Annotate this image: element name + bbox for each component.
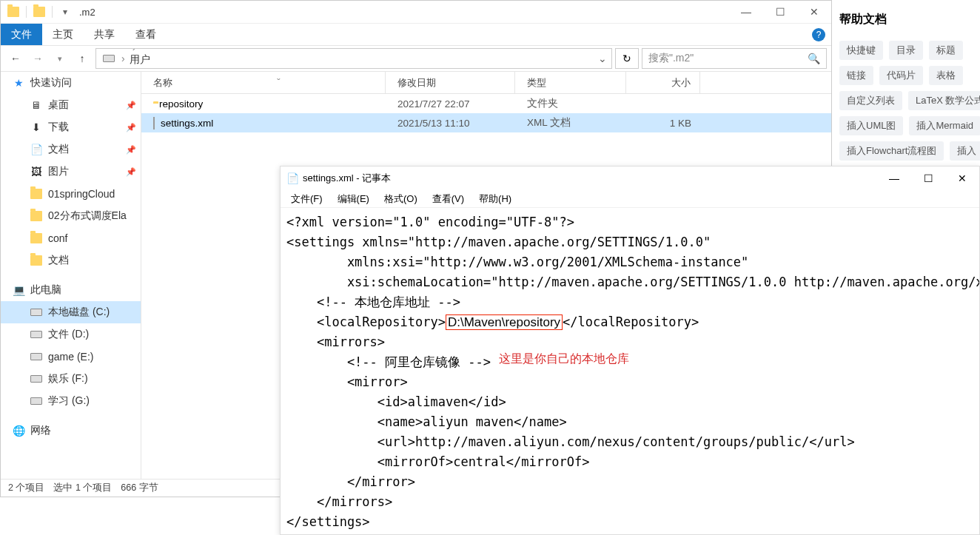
column-date[interactable]: 修改日期 (386, 72, 515, 93)
sidebar-drive[interactable]: 本地磁盘 (C:) (1, 301, 141, 323)
help-tag[interactable]: 目录 (889, 41, 923, 60)
maximize-button[interactable]: ☐ (763, 1, 797, 23)
sidebar[interactable]: ★ 快速访问 🖥桌面📌⬇下载📌📄文档📌🖼图片📌01springCloud02分布… (1, 72, 141, 479)
sidebar-this-pc[interactable]: 💻 此电脑 (1, 279, 141, 301)
sidebar-item[interactable]: conf (1, 227, 141, 249)
notepad-window: 📄 settings.xml - 记事本 — ☐ ✕ 文件(F) 编辑(E) 格… (280, 166, 980, 535)
np-menu-edit[interactable]: 编辑(E) (332, 192, 375, 206)
help-icon[interactable]: ? (812, 28, 825, 41)
help-tag[interactable]: 标题 (929, 41, 963, 60)
chevron-right-icon[interactable]: › (118, 53, 128, 64)
ribbon-tab-share[interactable]: 共享 (84, 24, 125, 45)
np-close-button[interactable]: ✕ (945, 166, 979, 190)
np-menu-help[interactable]: 帮助(H) (473, 192, 517, 206)
nav-forward-button[interactable]: → (27, 48, 48, 69)
window-title: .m2 (73, 7, 95, 18)
column-headers: 名称ˇ 修改日期 类型 大小 (141, 72, 831, 94)
pic-icon: 🖼 (30, 166, 42, 178)
notepad-titlebar[interactable]: 📄 settings.xml - 记事本 — ☐ ✕ (281, 166, 979, 190)
quick-folder-icon[interactable] (31, 4, 47, 20)
notepad-menu: 文件(F) 编辑(E) 格式(O) 查看(V) 帮助(H) (281, 190, 979, 208)
ribbon-tab-file[interactable]: 文件 (1, 24, 42, 45)
np-menu-view[interactable]: 查看(V) (426, 192, 470, 206)
annotation-text: 这里是你自己的本地仓库 (499, 351, 629, 367)
breadcrumb-segment[interactable]: 用户 (130, 53, 191, 67)
quick-dropdown-icon[interactable]: ▾ (57, 4, 73, 20)
refresh-button[interactable]: ↻ (615, 48, 639, 69)
pin-icon: 📌 (126, 145, 136, 155)
drive-icon (101, 50, 117, 67)
column-name[interactable]: 名称ˇ (141, 72, 386, 93)
ribbon-tab-home[interactable]: 主页 (42, 24, 84, 45)
explorer-titlebar[interactable]: ▾ .m2 — ☐ ✕ (1, 1, 831, 23)
help-tag[interactable]: 代码片 (879, 66, 923, 85)
help-tag[interactable]: 插入UML图 (839, 116, 903, 135)
help-tag[interactable]: 表格 (929, 66, 963, 85)
sidebar-item[interactable]: 📄文档📌 (1, 138, 141, 161)
network-icon: 🌐 (13, 425, 24, 437)
status-item-count: 2 个项目 (8, 482, 44, 494)
address-bar[interactable]: › 此电脑›本地磁盘 (C:)›用户›Administrator›.m2 ⌄ (95, 48, 612, 69)
help-doc-title: 帮助文档 (832, 6, 980, 38)
np-maximize-button[interactable]: ☐ (911, 166, 945, 190)
minimize-button[interactable]: — (729, 1, 763, 23)
pin-icon: 📌 (126, 167, 136, 177)
notepad-title: settings.xml - 记事本 (303, 172, 391, 185)
sidebar-drive[interactable]: 学习 (G:) (1, 390, 141, 412)
drive-icon (30, 306, 42, 318)
sidebar-quick-access[interactable]: ★ 快速访问 (1, 72, 141, 94)
sidebar-drive[interactable]: 文件 (D:) (1, 323, 141, 346)
folder-icon (30, 210, 42, 222)
np-menu-format[interactable]: 格式(O) (378, 192, 423, 206)
folder-icon (30, 255, 42, 266)
file-row[interactable]: repository2021/7/27 22:07文件夹 (141, 94, 831, 113)
folder-icon (30, 188, 42, 200)
notepad-content[interactable]: <?xml version="1.0" encoding="UTF-8"?> <… (281, 208, 979, 535)
chevron-right-icon[interactable]: › (130, 48, 139, 53)
status-selected: 选中 1 个项目 (53, 482, 112, 494)
help-tag[interactable]: 插入Mermaid (909, 116, 980, 135)
help-tag[interactable]: LaTeX 数学公式 (908, 91, 980, 110)
ribbon-tab-view[interactable]: 查看 (125, 24, 167, 45)
search-input[interactable]: 搜索".m2" 🔍 (642, 48, 827, 69)
column-type[interactable]: 类型 (515, 72, 626, 93)
help-tag[interactable]: 插入 (950, 141, 980, 161)
column-size[interactable]: 大小 (626, 72, 700, 93)
pc-icon: 💻 (13, 284, 24, 296)
navbar: ← → ▾ ↑ › 此电脑›本地磁盘 (C:)›用户›Administrator… (1, 45, 831, 72)
help-tag[interactable]: 链接 (839, 66, 873, 85)
drive-icon (30, 351, 42, 363)
sidebar-item[interactable]: 文档 (1, 249, 141, 272)
notepad-icon: 📄 (286, 172, 298, 184)
sidebar-drive[interactable]: game (E:) (1, 346, 141, 368)
help-tag[interactable]: 插入Flowchart流程图 (839, 141, 944, 161)
help-tag[interactable]: 快捷键 (839, 41, 883, 60)
sidebar-item[interactable]: 🖥桌面📌 (1, 94, 141, 116)
status-bytes: 666 字节 (121, 482, 158, 494)
drive-icon (30, 395, 42, 407)
np-minimize-button[interactable]: — (877, 166, 911, 190)
search-placeholder: 搜索".m2" (648, 52, 694, 65)
search-icon[interactable]: 🔍 (808, 53, 820, 64)
sidebar-item[interactable]: 02分布式调度Ela (1, 205, 141, 227)
sidebar-item[interactable]: 🖼图片📌 (1, 161, 141, 183)
nav-up-button[interactable]: ↑ (72, 48, 93, 69)
sidebar-drive[interactable]: 娱乐 (F:) (1, 368, 141, 390)
folder-icon (30, 232, 42, 244)
file-row[interactable]: settings.xml2021/5/13 11:10XML 文档1 KB (141, 113, 831, 132)
address-dropdown-icon[interactable]: ⌄ (598, 53, 607, 64)
help-tag[interactable]: 自定义列表 (839, 91, 902, 110)
chevron-right-icon[interactable]: › (130, 67, 139, 69)
np-menu-file[interactable]: 文件(F) (285, 192, 329, 206)
file-icon (153, 118, 155, 129)
desktop-icon: 🖥 (30, 99, 42, 111)
nav-recent-button[interactable]: ▾ (50, 48, 70, 69)
sidebar-item[interactable]: ⬇下载📌 (1, 116, 141, 138)
close-button[interactable]: ✕ (797, 1, 831, 23)
sidebar-network[interactable]: 🌐 网络 (1, 420, 141, 442)
nav-back-button[interactable]: ← (5, 48, 26, 69)
download-icon: ⬇ (30, 121, 42, 133)
sort-indicator-icon: ˇ (277, 77, 280, 88)
folder-icon (5, 4, 21, 20)
sidebar-item[interactable]: 01springCloud (1, 183, 141, 205)
